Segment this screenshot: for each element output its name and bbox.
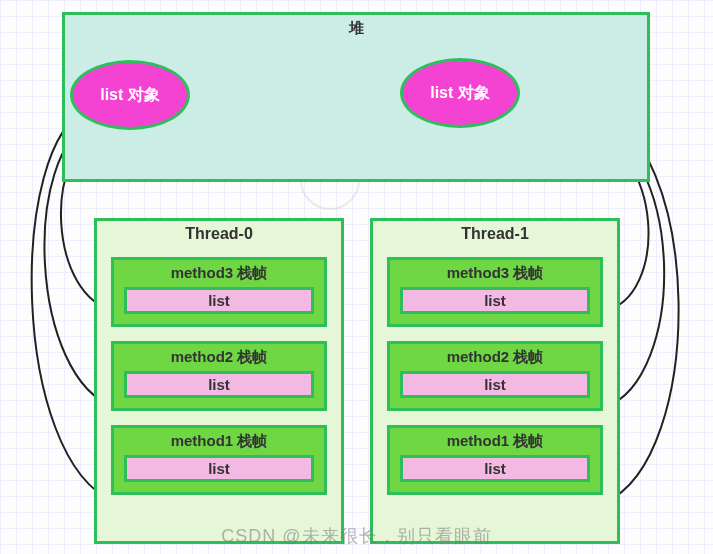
thread-0-frame-2: method1 栈帧 list	[111, 425, 327, 495]
frame-method-label: method2 栈帧	[400, 348, 590, 371]
frame-method-label: method3 栈帧	[400, 264, 590, 287]
frame-var: list	[124, 455, 314, 482]
thread-1-frame-2: method1 栈帧 list	[387, 425, 603, 495]
frame-var: list	[400, 455, 590, 482]
frame-method-label: method2 栈帧	[124, 348, 314, 371]
frame-method-label: method1 栈帧	[124, 432, 314, 455]
thread-1-box: Thread-1 method3 栈帧 list method2 栈帧 list…	[370, 218, 620, 544]
thread-1-frame-1: method2 栈帧 list	[387, 341, 603, 411]
frame-method-label: method3 栈帧	[124, 264, 314, 287]
frame-var: list	[400, 287, 590, 314]
heap-title: 堆	[65, 19, 647, 38]
thread-0-box: Thread-0 method3 栈帧 list method2 栈帧 list…	[94, 218, 344, 544]
frame-var: list	[124, 287, 314, 314]
heap-object-left: list 对象	[70, 60, 190, 130]
thread-1-title: Thread-1	[373, 221, 617, 249]
thread-1-frame-0: method3 栈帧 list	[387, 257, 603, 327]
thread-0-frame-1: method2 栈帧 list	[111, 341, 327, 411]
thread-0-frame-0: method3 栈帧 list	[111, 257, 327, 327]
frame-var: list	[124, 371, 314, 398]
frame-var: list	[400, 371, 590, 398]
frame-method-label: method1 栈帧	[400, 432, 590, 455]
heap-object-right: list 对象	[400, 58, 520, 128]
thread-0-title: Thread-0	[97, 221, 341, 249]
